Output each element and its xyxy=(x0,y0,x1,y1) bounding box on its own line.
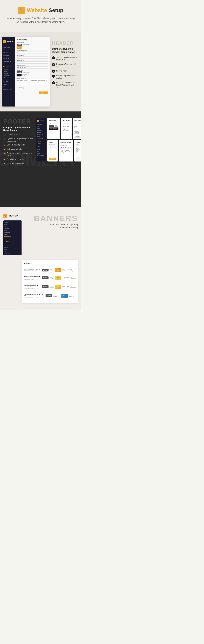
form-title: Header Setting xyxy=(17,39,48,40)
banners-sidebar-banners[interactable]: Banners xyxy=(3,240,22,242)
banners-sidebar-product[interactable]: Product xyxy=(3,224,22,226)
footer-sidebar-dashboard[interactable]: Dashboard xyxy=(36,123,46,125)
sidebar-sub-banners[interactable]: Banners xyxy=(2,72,15,75)
link-widget-one-card: Link widget one Title Useful Links Links… xyxy=(61,118,72,139)
banner-row-reg-left: Registration page banner & link Recommen… xyxy=(24,276,40,281)
menu-item-1-remove[interactable]: × xyxy=(46,80,47,82)
banners-sidebar-addon[interactable]: Add-on Manager xyxy=(3,252,22,254)
banners-sidebar-dashboard[interactable]: Dashboard xyxy=(3,222,22,224)
update-btn[interactable]: Update xyxy=(39,92,48,94)
playstore-input[interactable] xyxy=(17,56,48,58)
footer-menu-add-new[interactable]: Add New xyxy=(76,157,80,160)
sidebar-item-settings[interactable]: Settings xyxy=(2,80,15,83)
footer-feat-text-5: Footer menu create with Add more facilit… xyxy=(7,152,33,157)
footer-feat-icon-2 xyxy=(3,138,6,140)
sidebar-item-support[interactable]: Support xyxy=(2,62,15,66)
banners-sidebar-marketing[interactable]: Marketing xyxy=(3,229,22,231)
footer-feat-text-3: Contact info widget setup xyxy=(7,144,26,146)
bold-btn[interactable]: B xyxy=(60,147,62,148)
menu-item-2-remove[interactable]: × xyxy=(46,83,47,85)
link-widget-one-title: Link widget one xyxy=(63,120,70,124)
appstore-input[interactable] xyxy=(17,62,48,64)
footer-feat-5: Footer menu create with Add more facilit… xyxy=(3,152,33,157)
copyright-content: THE SHOP CMS © AspireZone 2023 / Tradema… xyxy=(60,149,72,154)
footer-sidebar-website-setup[interactable]: Website Setup xyxy=(36,137,46,139)
color-btn[interactable]: A xyxy=(70,147,72,148)
sidebar-item-customers[interactable]: Customers xyxy=(2,54,15,57)
feature-text-2: Playstore /Appstore Link Setup xyxy=(56,63,77,68)
sidebar-item-dashboard[interactable]: Dashboard xyxy=(2,46,15,48)
footer-sidebar-sub-header[interactable]: Header xyxy=(36,139,46,141)
banners-sidebar-customers[interactable]: Customers xyxy=(3,228,22,229)
banner-row-product-listing: Product listing page banner & link Recom… xyxy=(24,292,75,301)
sidebar-item-website-setup[interactable]: Website Setup xyxy=(2,66,15,68)
topbar-link-input[interactable] xyxy=(17,52,48,54)
sidebar-sub-pages[interactable]: Pages xyxy=(2,77,15,79)
mobile-apps-update-btn[interactable]: Update xyxy=(49,158,56,160)
link-widget-two-card: Link widget two Title Links My Account L… xyxy=(73,118,81,139)
banners-sidebar-appearance[interactable]: Appearance xyxy=(3,242,22,244)
sidebar-item-product[interactable]: Product xyxy=(2,48,15,51)
helpline-input[interactable] xyxy=(17,66,48,68)
link-w2-add-new-btn[interactable]: Add New xyxy=(74,136,80,138)
banner-login-browse[interactable]: Browse xyxy=(42,269,48,272)
banners-sidebar-orders[interactable]: Orders xyxy=(3,226,22,228)
banners-top: 🏪 THE SHOP Dashboard Product Orders Cust… xyxy=(3,214,78,255)
appstore-link-input[interactable] xyxy=(49,154,56,156)
sidebar-sub-appearance[interactable]: Appearance xyxy=(2,75,15,77)
footer-sidebar-marketing[interactable]: Marketing xyxy=(36,131,46,133)
banners-section: 🏪 THE SHOP Dashboard Product Orders Cust… xyxy=(0,207,81,310)
italic-btn[interactable]: I xyxy=(63,147,64,148)
banner-reg-browse[interactable]: Browse xyxy=(42,276,48,279)
logo-browse-btn[interactable]: Browse xyxy=(17,71,22,73)
banners-sidebar-uploaded[interactable]: Uploaded Files xyxy=(3,231,22,233)
footer-logo-card: Footer logo Logo Browse 1 file selected … xyxy=(47,118,60,139)
banner-login-thumb: IMG xyxy=(55,268,61,272)
banners-shop-name: THE SHOP xyxy=(8,215,18,217)
sidebar-item-marketing[interactable]: Marketing xyxy=(2,57,15,60)
footer-sidebar-support[interactable]: Support xyxy=(36,135,46,137)
banners-sidebar-website-setup[interactable]: Website Setup xyxy=(3,235,22,237)
footer-sidebar-staffs[interactable]: Staffs xyxy=(36,150,46,152)
footer-menu-privacy: Privacy Policy xyxy=(76,154,80,156)
link-w2-login: Login xyxy=(74,128,81,130)
banners-sidebar-support[interactable]: Support xyxy=(3,233,22,235)
sidebar-item-addon[interactable]: Add-on Manager xyxy=(2,88,15,91)
footer-sidebar-customers[interactable]: Customers xyxy=(36,129,46,131)
footer-sidebar-orders[interactable]: Orders xyxy=(36,127,46,129)
sidebar-item-system[interactable]: System xyxy=(2,86,15,88)
banners-sidebar-system[interactable]: System xyxy=(3,250,22,252)
footer-sidebar-sub-banners[interactable]: Banners xyxy=(36,142,46,144)
sidebar-item-orders[interactable]: Orders xyxy=(2,51,15,54)
footer-sidebar-product[interactable]: Product xyxy=(36,125,46,127)
footer-sidebar-sub-pages[interactable]: Pages xyxy=(36,146,46,148)
banner-prod-browse[interactable]: Browse xyxy=(46,294,52,297)
footer-sidebar-system[interactable]: System xyxy=(36,152,46,154)
underline-btn[interactable]: U xyxy=(65,147,67,148)
footer-logo-browse-btn[interactable]: Browse xyxy=(49,125,54,127)
banner-row-registration: Registration page banner & link Recommen… xyxy=(24,274,75,283)
feature-text-3: Hotline Insert xyxy=(56,70,67,72)
strikethrough-btn[interactable]: S̶ xyxy=(67,147,69,148)
banners-sidebar-settings[interactable]: Settings xyxy=(3,246,22,248)
footer-sidebar-uploaded[interactable]: Uploaded Files xyxy=(36,133,46,135)
banners-sidebar-header[interactable]: Header xyxy=(3,237,22,239)
footer-section: COMERT FOOTER Complete Dynamic Footer Se… xyxy=(0,112,81,207)
footer-sidebar-addon[interactable]: Add-on Manager xyxy=(36,154,46,156)
playstore-link-input[interactable] xyxy=(49,149,56,151)
banners-sidebar-pages[interactable]: Pages xyxy=(3,244,22,246)
sidebar-item-staffs[interactable]: Staffs xyxy=(2,83,15,86)
footer-sidebar-settings[interactable]: Settings xyxy=(36,148,46,150)
banners-section-info: BANNERS Tons of Banners for exploring eC… xyxy=(25,214,78,229)
playstore-row: Play Store Link xyxy=(17,55,48,58)
sidebar-item-uploaded-files[interactable]: Uploaded Files xyxy=(2,60,15,62)
topbar-browse-btn[interactable]: Browse xyxy=(17,44,22,46)
footer-sidebar-sub-appearance[interactable]: Appearance xyxy=(36,144,46,146)
add-menu-item-btn[interactable]: Add New xyxy=(17,87,24,89)
footer-sidebar-sub-footer[interactable]: Footer xyxy=(36,141,46,142)
banners-sidebar-staffs[interactable]: Staffs xyxy=(3,248,22,250)
sidebar-sub-header[interactable]: Header xyxy=(2,68,15,70)
sidebar-sub-footer[interactable]: Footer xyxy=(2,70,15,72)
banners-sidebar-footer[interactable]: Footer xyxy=(3,239,22,240)
banner-forgot-browse[interactable]: Browse xyxy=(42,285,49,288)
